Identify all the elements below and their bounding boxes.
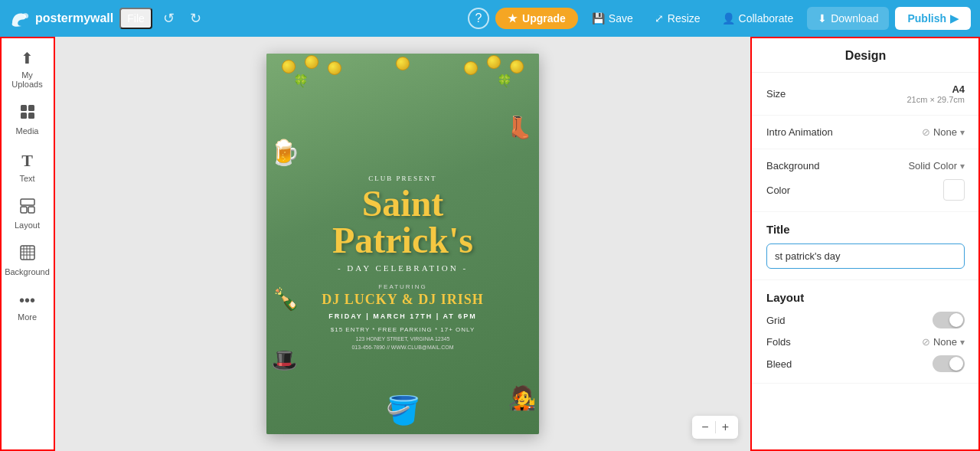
leprechaun-icon: 🧑‍🎤 — [508, 384, 536, 411]
layout-section: Layout Grid Folds ⊘ None ▾ Bleed — [751, 280, 980, 384]
zoom-out-button[interactable]: − — [698, 419, 711, 436]
sidebar-item-uploads-label: My Uploads — [9, 70, 46, 89]
zoom-out-icon: − — [701, 420, 708, 433]
coin-1 — [282, 60, 296, 74]
svg-rect-5 — [21, 207, 27, 213]
topbar-left: postermywall File ↺ ↻ — [9, 7, 462, 30]
zoom-in-icon: + — [722, 420, 729, 433]
bleed-toggle-knob — [949, 357, 963, 371]
uploads-icon: ⬆ — [21, 49, 34, 67]
save-button[interactable]: 💾 Save — [584, 8, 641, 29]
poster-deco-top: 🍀 🍀 — [266, 54, 539, 100]
file-menu-button[interactable]: File — [119, 8, 152, 29]
intro-animation-dropdown[interactable]: ⊘ None ▾ — [922, 126, 965, 138]
coin-7 — [396, 57, 410, 70]
sidebar-item-more[interactable]: ••• More — [5, 286, 51, 328]
folds-value: None — [933, 336, 957, 348]
intro-animation-value: None — [933, 126, 957, 138]
zoom-in-button[interactable]: + — [719, 419, 732, 436]
download-icon: ⬇ — [818, 12, 827, 25]
folds-none-icon: ⊘ — [922, 336, 930, 348]
sidebar-item-text[interactable]: T Text — [5, 145, 51, 189]
title-input[interactable] — [766, 243, 965, 269]
title-section-heading: Title — [766, 223, 965, 236]
background-row: Background Solid Color ▾ — [766, 160, 965, 172]
folds-dropdown[interactable]: ⊘ None ▾ — [922, 336, 965, 348]
coin-5 — [487, 55, 501, 69]
size-dimensions: 21cm × 29.7cm — [906, 95, 965, 104]
redo-button[interactable]: ↻ — [185, 7, 206, 30]
cauldron-icon: 🪣 — [386, 394, 420, 426]
help-button[interactable]: ? — [468, 8, 489, 29]
poster: 🍀 🍀 🍺 👢 CLUB PRESENT Saint Patrick's - D… — [266, 54, 539, 434]
sidebar-item-text-label: Text — [19, 174, 34, 183]
layout-section-heading: Layout — [766, 291, 965, 304]
background-dropdown[interactable]: Solid Color ▾ — [908, 160, 965, 172]
folds-label: Folds — [766, 336, 791, 348]
bleed-label: Bleed — [766, 358, 792, 370]
background-chevron-icon: ▾ — [960, 161, 965, 172]
topbar-right: ? ★ Upgrade 💾 Save ⤢ Resize 👤 Collaborat… — [468, 7, 971, 30]
size-format: A4 — [906, 83, 965, 95]
sidebar-item-background[interactable]: Background — [5, 239, 51, 283]
poster-container: 🍀 🍀 🍺 👢 CLUB PRESENT Saint Patrick's - D… — [266, 54, 539, 434]
canvas-area: 🍀 🍀 🍺 👢 CLUB PRESENT Saint Patrick's - D… — [55, 37, 750, 451]
svg-rect-1 — [28, 105, 34, 111]
poster-address1: 123 HONEY STREET, VIRGINIA 12345 — [356, 336, 450, 342]
animation-none-icon: ⊘ — [922, 126, 930, 138]
sidebar-item-uploads[interactable]: ⬆ My Uploads — [5, 43, 51, 95]
download-button[interactable]: ⬇ Download — [807, 7, 889, 30]
hat-icon: 🎩 — [271, 348, 298, 373]
svg-rect-6 — [28, 207, 34, 213]
poster-entry: $15 ENTRY * FREE PARKING * 17+ ONLY — [331, 326, 475, 333]
right-panel: Design Size A4 21cm × 29.7cm Intro Anima… — [750, 37, 980, 451]
folds-row: Folds ⊘ None ▾ — [766, 336, 965, 348]
color-row: Color — [766, 179, 965, 201]
zoom-divider — [715, 421, 716, 433]
background-value: Solid Color — [908, 160, 957, 172]
sidebar-item-layout[interactable]: Layout — [5, 192, 51, 236]
poster-dj: DJ LUCKY & DJ IRISH — [322, 292, 483, 308]
publish-button[interactable]: Publish ▶ — [895, 7, 971, 30]
color-swatch[interactable] — [943, 179, 965, 201]
save-icon: 💾 — [592, 12, 605, 25]
size-section: Size A4 21cm × 29.7cm — [751, 73, 980, 116]
size-row: Size A4 21cm × 29.7cm — [766, 83, 965, 104]
sidebar-item-media[interactable]: Media — [5, 98, 51, 142]
poster-title-patricks: Patrick's — [332, 222, 473, 259]
coin-3 — [328, 61, 341, 75]
collaborate-button[interactable]: 👤 Collaborate — [714, 8, 802, 29]
panel-title: Design — [751, 37, 980, 73]
svg-rect-3 — [28, 113, 34, 119]
upgrade-star-icon: ★ — [508, 12, 518, 25]
poster-title-saint: Saint — [362, 185, 444, 222]
bleed-row: Bleed — [766, 355, 965, 372]
undo-button[interactable]: ↺ — [158, 7, 179, 30]
main-layout: ⬆ My Uploads Media T Text — [0, 37, 980, 451]
intro-animation-chevron-icon: ▾ — [960, 127, 965, 138]
shamrock-2: 🍀 — [497, 74, 512, 88]
shamrock-1: 🍀 — [293, 74, 309, 88]
grid-row: Grid — [766, 312, 965, 328]
svg-rect-0 — [21, 105, 27, 111]
poster-featuring: FEATURING — [378, 283, 427, 290]
more-icon: ••• — [19, 292, 35, 309]
bleed-toggle[interactable] — [933, 355, 965, 372]
resize-button[interactable]: ⤢ Resize — [647, 8, 708, 29]
poster-inner: 🍀 🍀 🍺 👢 CLUB PRESENT Saint Patrick's - D… — [266, 54, 539, 434]
poster-club-text: CLUB PRESENT — [368, 175, 436, 182]
background-icon — [20, 245, 35, 264]
upgrade-button[interactable]: ★ Upgrade — [495, 8, 578, 29]
size-info: A4 21cm × 29.7cm — [906, 83, 965, 104]
resize-icon: ⤢ — [655, 12, 664, 25]
media-icon — [20, 104, 35, 123]
layout-icon — [20, 198, 35, 217]
coin-2 — [305, 55, 318, 69]
intro-animation-section: Intro Animation ⊘ None ▾ — [751, 116, 980, 149]
topbar: postermywall File ↺ ↻ ? ★ Upgrade 💾 Save… — [0, 0, 980, 37]
left-sidebar: ⬆ My Uploads Media T Text — [0, 37, 55, 451]
grid-toggle[interactable] — [933, 312, 965, 328]
poster-address2: 013-456-7890 // WWW.CLUB@MAIL.COM — [351, 345, 453, 350]
sidebar-item-layout-label: Layout — [15, 221, 40, 230]
coin-6 — [464, 61, 478, 75]
